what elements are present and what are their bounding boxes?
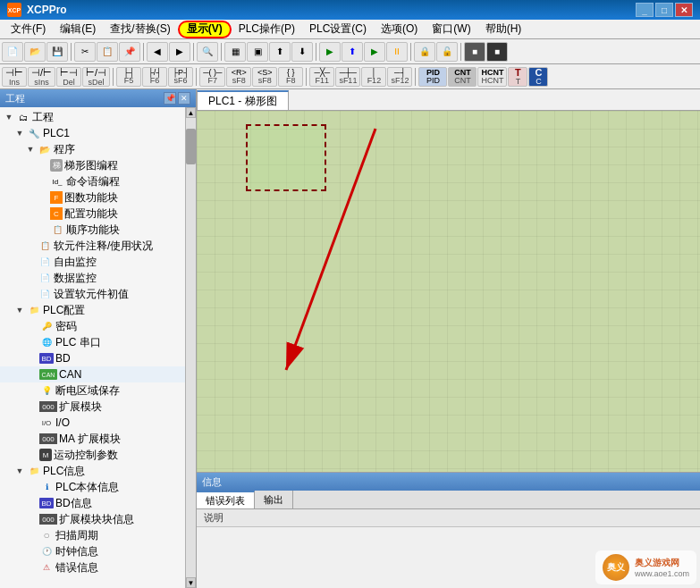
- sf8b-button[interactable]: <S> sF8: [252, 67, 277, 87]
- tree-item-cmd[interactable]: Id_ 命令语编程: [0, 173, 185, 189]
- tree-item-clock[interactable]: 🕐 时钟信息: [0, 543, 185, 559]
- black2[interactable]: ■: [486, 42, 508, 62]
- tb9[interactable]: ▦: [224, 42, 246, 62]
- tree-item-err-info[interactable]: ⚠ 错误信息: [0, 559, 185, 575]
- tree-item-plc-main-info[interactable]: ℹ PLC本体信息: [0, 479, 185, 495]
- lock-button[interactable]: 🔒: [414, 42, 435, 62]
- f8-button[interactable]: { } F8: [278, 67, 303, 87]
- f5-button[interactable]: ├┤ F5: [116, 67, 141, 87]
- tree-item-data-mon[interactable]: 📄 数据监控: [0, 270, 185, 286]
- back-button[interactable]: ◀: [147, 42, 168, 62]
- tree-item-seq[interactable]: 📋 顺序功能块: [0, 222, 185, 238]
- sf11-button[interactable]: ─┼─ sF11: [335, 67, 360, 87]
- tree-item-bd-info[interactable]: BD BD信息: [0, 495, 185, 511]
- tree-item-set-init[interactable]: 📄 设置软元件初值: [0, 286, 185, 302]
- stop-button[interactable]: ⬆: [342, 42, 363, 62]
- c-button[interactable]: C C: [528, 67, 548, 87]
- pid-button[interactable]: PID PID: [418, 67, 447, 87]
- menu-window[interactable]: 窗口(W): [425, 21, 477, 38]
- tree-item-power-save[interactable]: 💡 断电区域保存: [0, 382, 185, 399]
- tree-item-scan[interactable]: ○ 扫描周期: [0, 527, 185, 543]
- copy-button[interactable]: 📋: [97, 42, 118, 62]
- menu-option[interactable]: 选项(O): [374, 21, 425, 38]
- panel-pin-button[interactable]: 📌: [164, 92, 176, 105]
- expand-spacer: [27, 417, 38, 428]
- menu-edit[interactable]: 编辑(E): [53, 21, 103, 38]
- menu-plc-op[interactable]: PLC操作(P): [232, 21, 302, 38]
- plc-config-icon: 📁: [27, 303, 41, 317]
- sdel-button[interactable]: ⊢/⊣ sDel: [82, 67, 110, 87]
- sf12-button[interactable]: ─┤ sF12: [387, 67, 412, 87]
- tb10[interactable]: ▣: [247, 42, 268, 62]
- data-mon-icon: 📄: [38, 271, 52, 285]
- scroll-down[interactable]: ▼: [186, 577, 196, 588]
- tab-ladder[interactable]: PLC1 - 梯形图: [197, 90, 289, 110]
- tree-item-io[interactable]: I/O I/O: [0, 415, 185, 431]
- tree-item-plc-port[interactable]: 🌐 PLC 串口: [0, 334, 185, 350]
- open-button[interactable]: 📂: [24, 42, 46, 62]
- ladder-icon: 梯: [50, 159, 63, 172]
- f12-button[interactable]: │ F12: [361, 67, 386, 87]
- f11-button[interactable]: ─╳─ F11: [309, 67, 334, 87]
- menu-view[interactable]: 显示(V): [178, 21, 232, 38]
- tree-item-func[interactable]: F 图数功能块: [0, 189, 185, 206]
- scroll-up[interactable]: ▲: [186, 107, 196, 118]
- f7-button[interactable]: ─( )─ F7: [199, 67, 225, 87]
- forward-button[interactable]: ▶: [169, 42, 190, 62]
- run-button[interactable]: ▶: [364, 42, 385, 62]
- menu-find[interactable]: 查找/替换(S): [103, 21, 177, 38]
- black1[interactable]: ■: [464, 42, 485, 62]
- tb11[interactable]: ⬆: [269, 42, 291, 62]
- sf8-button[interactable]: <R> sF8: [226, 67, 251, 87]
- tree-item-plc1[interactable]: ▼ 🔧 PLC1: [0, 125, 185, 141]
- project-panel-header: 工程 📌 ✕: [0, 89, 196, 107]
- tree-item-bd[interactable]: BD BD: [0, 350, 185, 366]
- tree-label: PLC配置: [43, 303, 85, 318]
- tree-item-can[interactable]: CAN CAN: [0, 366, 185, 382]
- sins-button[interactable]: ⊣/⊢ sIns: [28, 67, 55, 87]
- tree-item-comment[interactable]: 📋 软元件注释/使用状况: [0, 238, 185, 254]
- sf6-button[interactable]: ├P┤ sF6: [168, 67, 193, 87]
- tree-item-motion[interactable]: M 运动控制参数: [0, 447, 185, 463]
- ins-button[interactable]: ⊣⊢ Ins: [2, 67, 27, 87]
- tree-scrollbar[interactable]: ▲ ▼: [185, 107, 196, 588]
- tab-output[interactable]: 输出: [255, 491, 293, 508]
- title-bar: XCP XCPPro _ □ ✕: [0, 0, 700, 20]
- minimize-button[interactable]: _: [636, 3, 654, 17]
- play-button[interactable]: ▶: [319, 42, 341, 62]
- panel-close-button[interactable]: ✕: [178, 92, 190, 105]
- expand-spacer: [27, 482, 38, 492]
- tree-item-ma-ext[interactable]: 000 MA 扩展模块: [0, 431, 185, 447]
- cnt-button[interactable]: CNT CNT: [448, 67, 477, 87]
- t-button[interactable]: T T: [508, 67, 527, 87]
- tree-item-ext-module[interactable]: 000 扩展模块: [0, 399, 185, 415]
- paste-button[interactable]: 📌: [119, 42, 140, 62]
- del-button[interactable]: ⊢⊣ Del: [56, 67, 81, 87]
- pause-button[interactable]: ⏸: [386, 42, 408, 62]
- menu-help[interactable]: 帮助(H): [478, 21, 529, 38]
- tree-item-free-mon[interactable]: 📄 自由监控: [0, 254, 185, 270]
- tree-item-ext-info[interactable]: 000 扩展模块块信息: [0, 511, 185, 527]
- menu-plc-set[interactable]: PLC设置(C): [302, 21, 374, 38]
- tree-item-plc-config[interactable]: ▼ 📁 PLC配置: [0, 302, 185, 318]
- tree-item-config-func[interactable]: C 配置功能块: [0, 206, 185, 222]
- hcnt-button[interactable]: HCNT HCNT: [477, 67, 507, 87]
- tb12[interactable]: ⬇: [291, 42, 313, 62]
- cut-button[interactable]: ✂: [74, 42, 96, 62]
- find-button[interactable]: 🔍: [197, 42, 218, 62]
- tree-item-plc-info[interactable]: ▼ 📁 PLC信息: [0, 463, 185, 479]
- tree-item-passwd[interactable]: 🔑 密码: [0, 318, 185, 334]
- save-button[interactable]: 💾: [46, 42, 68, 62]
- new-button[interactable]: 📄: [2, 42, 23, 62]
- close-button[interactable]: ✕: [675, 3, 693, 17]
- menu-file[interactable]: 文件(F): [4, 21, 53, 38]
- tab-errors[interactable]: 错误列表: [197, 491, 255, 508]
- expand-icon: ▼: [25, 144, 36, 155]
- scroll-thumb[interactable]: [186, 129, 196, 164]
- tree-item-root[interactable]: ▼ 🗂 工程: [0, 109, 185, 125]
- maximize-button[interactable]: □: [655, 3, 673, 17]
- tree-item-program[interactable]: ▼ 📂 程序: [0, 141, 185, 157]
- unlock-button[interactable]: 🔓: [436, 42, 458, 62]
- tree-item-ladder[interactable]: 梯 梯形图编程: [0, 157, 185, 173]
- f6-button[interactable]: ├/┤ F6: [142, 67, 167, 87]
